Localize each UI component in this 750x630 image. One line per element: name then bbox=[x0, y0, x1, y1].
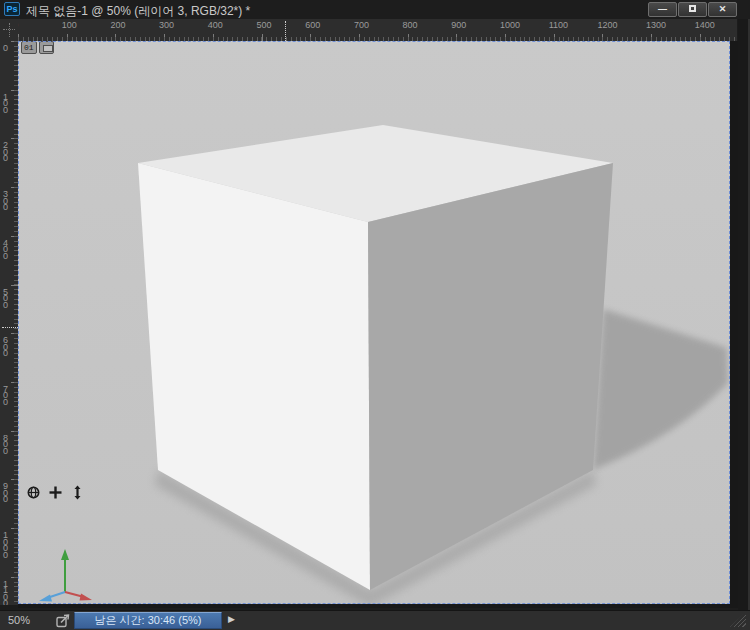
horizontal-ruler[interactable]: 0100200300400500600700800900100011001200… bbox=[18, 19, 737, 41]
view-label-group: 01 bbox=[21, 41, 54, 54]
cube-cast-shadow bbox=[593, 309, 728, 470]
photoshop-app-icon: Ps bbox=[4, 2, 20, 16]
ruler-tick-label: 800 bbox=[403, 21, 418, 30]
ruler-tick-label: 300 bbox=[159, 21, 174, 30]
ruler-tick bbox=[11, 479, 18, 480]
scale-vertical-icon[interactable] bbox=[70, 485, 85, 500]
ruler-tick-label: 6 0 0 bbox=[3, 337, 8, 357]
ruler-tick bbox=[18, 34, 19, 41]
axis-x-arrow bbox=[80, 594, 93, 601]
ruler-tick bbox=[11, 528, 18, 529]
ruler-tick-label: 4 0 0 bbox=[3, 240, 8, 260]
view-number-chip[interactable]: 01 bbox=[21, 41, 37, 54]
ruler-tick bbox=[505, 34, 506, 41]
ruler-tick-label: 0 bbox=[3, 45, 8, 52]
ruler-tick bbox=[700, 34, 701, 41]
ruler-tick-label: 400 bbox=[208, 21, 223, 30]
vertical-ruler[interactable]: 01 0 02 0 03 0 04 0 05 0 06 0 07 0 08 0 … bbox=[0, 41, 18, 605]
ruler-tick-label: 1 0 0 0 bbox=[3, 532, 8, 558]
ruler-tick bbox=[11, 236, 18, 237]
ruler-tick bbox=[456, 34, 457, 41]
ruler-tick bbox=[11, 431, 18, 432]
ruler-tick-label: 500 bbox=[257, 21, 272, 30]
ruler-tick bbox=[408, 34, 409, 41]
3d-axis-widget[interactable] bbox=[28, 509, 108, 604]
export-progress-icon bbox=[55, 613, 71, 629]
status-menu-arrow[interactable]: ▶ bbox=[228, 614, 235, 624]
ruler-tick bbox=[164, 34, 165, 41]
ruler-tick-label: 1400 bbox=[695, 21, 715, 30]
document-canvas[interactable]: 01 bbox=[18, 41, 730, 604]
axis-z-arrow bbox=[39, 595, 52, 602]
ruler-tick bbox=[11, 187, 18, 188]
ruler-tick-label: 1200 bbox=[597, 21, 617, 30]
close-button[interactable]: ✕ bbox=[708, 2, 737, 17]
window-controls: — ✕ bbox=[648, 2, 737, 17]
ruler-tick bbox=[115, 34, 116, 41]
ruler-tick-label: 1300 bbox=[646, 21, 666, 30]
ruler-tick-label: 900 bbox=[451, 21, 466, 30]
window-resize-grip[interactable] bbox=[730, 612, 746, 627]
ruler-tick bbox=[67, 34, 68, 41]
ruler-tick bbox=[554, 34, 555, 41]
ruler-tick bbox=[11, 90, 18, 91]
ruler-tick-label: 700 bbox=[354, 21, 369, 30]
ruler-tick-label: 1 1 0 0 bbox=[3, 581, 8, 605]
ruler-tick-label: 600 bbox=[305, 21, 320, 30]
ruler-cursor-marker-y bbox=[2, 327, 18, 328]
ruler-tick bbox=[11, 577, 18, 578]
axis-y-arrow bbox=[61, 549, 69, 560]
ruler-tick-label: 1000 bbox=[500, 21, 520, 30]
window-title: 제목 없음-1 @ 50% (레이어 3, RGB/32*) * bbox=[26, 3, 250, 20]
pan-plus-icon[interactable] bbox=[48, 485, 63, 500]
titlebar: Ps 제목 없음-1 @ 50% (레이어 3, RGB/32*) * — ✕ bbox=[0, 0, 750, 19]
3d-tool-icons bbox=[26, 485, 85, 500]
ruler-tick-label: 5 0 0 bbox=[3, 289, 8, 309]
ruler-tick-label: 2 0 0 bbox=[3, 142, 8, 162]
ruler-tick bbox=[213, 34, 214, 41]
minimize-button[interactable]: — bbox=[648, 2, 677, 17]
ruler-tick-label: 1100 bbox=[549, 21, 568, 30]
ruler-tick bbox=[359, 34, 360, 41]
ruler-tick-label: 8 0 0 bbox=[3, 435, 8, 455]
ruler-tick-label: 100 bbox=[62, 21, 77, 30]
right-gutter bbox=[738, 19, 750, 630]
render-progress-label: 남은 시간: 30:46 (5%) bbox=[75, 613, 221, 628]
ruler-tick-label: 200 bbox=[110, 21, 125, 30]
ruler-tick bbox=[310, 34, 311, 41]
ruler-tick-label: 1 0 0 bbox=[3, 94, 8, 114]
maximize-icon bbox=[689, 5, 696, 12]
ruler-origin-box[interactable] bbox=[0, 19, 18, 41]
status-bar: 50% 남은 시간: 30:46 (5%) ▶ bbox=[0, 610, 750, 630]
ruler-tick-label: 3 0 0 bbox=[3, 191, 8, 211]
secondary-view-icon[interactable] bbox=[39, 41, 54, 54]
3d-scene-render bbox=[18, 41, 730, 604]
ruler-tick bbox=[602, 34, 603, 41]
ruler-tick bbox=[11, 333, 18, 334]
orbit-rotate-icon[interactable] bbox=[26, 485, 41, 500]
canvas-viewport: 01 bbox=[18, 41, 738, 608]
ruler-tick-label: 7 0 0 bbox=[3, 386, 8, 406]
ruler-cursor-marker-x bbox=[285, 21, 286, 41]
ruler-tick bbox=[651, 34, 652, 41]
ruler-tick bbox=[11, 138, 18, 139]
render-progress-bar: 남은 시간: 30:46 (5%) bbox=[74, 612, 222, 629]
ruler-tick bbox=[262, 34, 263, 41]
ruler-tick bbox=[11, 382, 18, 383]
ruler-tick-label: 9 0 0 bbox=[3, 483, 8, 503]
maximize-button[interactable] bbox=[678, 2, 707, 17]
ruler-tick bbox=[11, 285, 18, 286]
zoom-level-field[interactable]: 50% bbox=[8, 614, 30, 626]
ruler-tick bbox=[11, 41, 18, 42]
